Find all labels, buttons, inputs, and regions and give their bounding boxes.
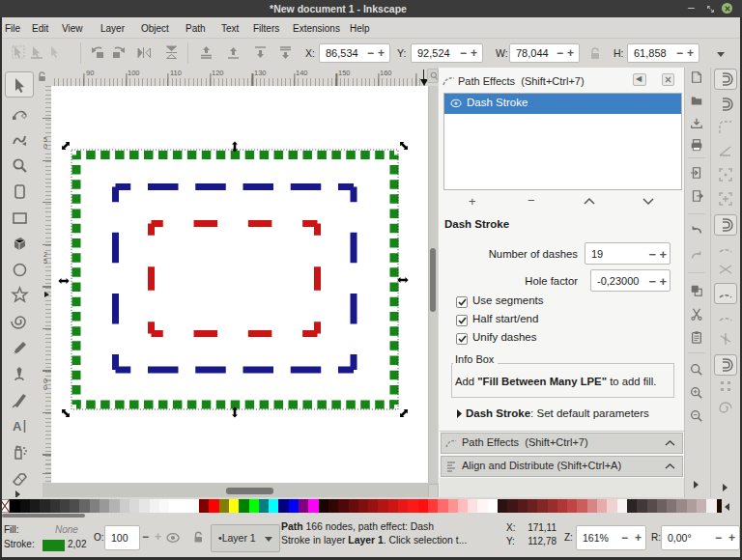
svg-text:A: A (13, 419, 22, 434)
